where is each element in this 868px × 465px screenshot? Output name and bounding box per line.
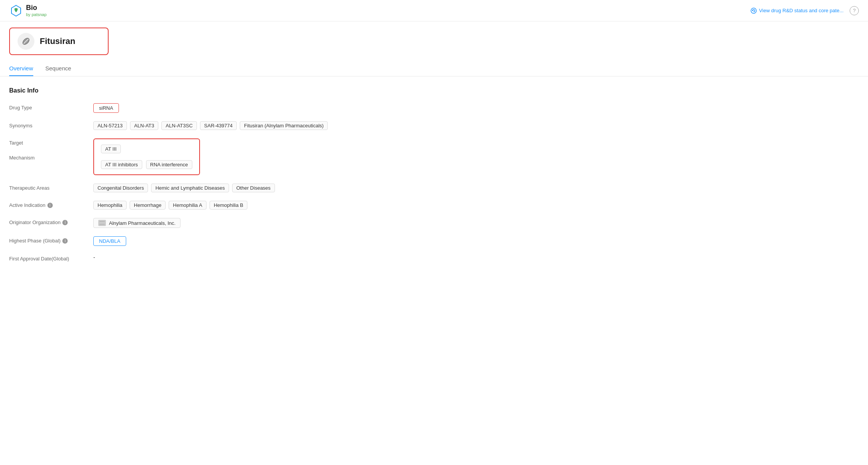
therapeutic-areas-row: Therapeutic Areas Congenital Disorders H… xyxy=(9,184,859,192)
highest-phase-tag: NDA/BLA xyxy=(93,236,126,246)
first-approval-row: First Approval Date(Global) - xyxy=(9,254,859,262)
svg-point-1 xyxy=(751,8,756,13)
mechanism-tag-1: AT III inhibitors xyxy=(101,160,142,169)
target-row: AT III xyxy=(101,145,192,153)
header: Bio by patsnap View drug R&D status and … xyxy=(0,0,868,21)
indication-tag: Hemophilia xyxy=(93,201,127,210)
company-logo-icon xyxy=(99,221,105,225)
highest-phase-info-icon: i xyxy=(62,238,68,244)
target-label: Target xyxy=(9,138,86,146)
therapeutic-areas-label: Therapeutic Areas xyxy=(9,184,86,191)
target-tag: AT III xyxy=(101,145,121,153)
active-indication-label: Active Indication i xyxy=(9,201,86,208)
synonym-tag: SAR-439774 xyxy=(200,121,237,130)
help-button[interactable]: ? xyxy=(850,6,859,15)
therapeutic-area-tag: Hemic and Lymphatic Diseases xyxy=(151,184,229,192)
synonyms-row: Synonyms ALN-57213 ALN-AT3 ALN-AT3SC SAR… xyxy=(9,121,859,130)
synonyms-value: ALN-57213 ALN-AT3 ALN-AT3SC SAR-439774 F… xyxy=(93,121,328,130)
drug-type-tag: siRNA xyxy=(93,103,119,113)
mechanism-tag-2: RNA interference xyxy=(146,160,192,169)
drug-type-row: Drug Type siRNA xyxy=(9,103,859,113)
drug-card: Fitusiran xyxy=(9,28,109,55)
drug-icon xyxy=(18,33,34,50)
originator-label: Originator Organization i xyxy=(9,218,86,225)
section-title: Basic Info xyxy=(9,87,859,94)
help-icon-text: ? xyxy=(853,8,855,13)
active-indication-row: Active Indication i Hemophilia Hemorrhag… xyxy=(9,201,859,210)
indication-tag: Hemophilia B xyxy=(210,201,247,210)
active-indication-value: Hemophilia Hemorrhage Hemophilia A Hemop… xyxy=(93,201,247,210)
synonyms-label: Synonyms xyxy=(9,121,86,128)
therapeutic-area-tag: Other Diseases xyxy=(232,184,275,192)
view-drug-link[interactable]: View drug R&D status and core pate... xyxy=(751,8,844,14)
originator-value: Alnylam Pharmaceuticals, Inc. xyxy=(93,218,180,228)
tab-overview[interactable]: Overview xyxy=(9,61,33,76)
target-mechanism-box: AT III AT III inhibitors RNA interferenc… xyxy=(93,138,200,175)
logo-icon xyxy=(9,4,23,18)
originator-name: Alnylam Pharmaceuticals, Inc. xyxy=(109,220,176,226)
active-indication-info-icon: i xyxy=(47,203,53,208)
drug-name: Fitusiran xyxy=(40,36,75,46)
logo-title: Bio xyxy=(26,4,47,12)
originator-logo xyxy=(98,220,106,226)
originator-tag: Alnylam Pharmaceuticals, Inc. xyxy=(93,218,180,228)
pill-icon xyxy=(21,36,31,47)
logo-area: Bio by patsnap xyxy=(9,4,47,18)
logo-subtitle: by patsnap xyxy=(26,12,47,17)
tab-sequence[interactable]: Sequence xyxy=(46,61,72,76)
main-content: Basic Info Drug Type siRNA Synonyms ALN-… xyxy=(0,76,868,281)
first-approval-value: - xyxy=(93,254,95,260)
synonym-tag: Fitusiran (Alnylam Pharmaceuticals) xyxy=(240,121,328,130)
tabs: Overview Sequence xyxy=(0,61,868,76)
highest-phase-row: Highest Phase (Global) i NDA/BLA xyxy=(9,236,859,246)
originator-info-icon: i xyxy=(62,220,68,225)
therapeutic-area-tag: Congenital Disorders xyxy=(93,184,148,192)
originator-row: Originator Organization i Alnylam Pharma… xyxy=(9,218,859,228)
indication-tag: Hemophilia A xyxy=(169,201,206,210)
highest-phase-label: Highest Phase (Global) i xyxy=(9,236,86,244)
indication-tag: Hemorrhage xyxy=(130,201,166,210)
header-right: View drug R&D status and core pate... ? xyxy=(751,6,859,15)
drug-type-value: siRNA xyxy=(93,103,119,113)
synonym-tag: ALN-AT3 xyxy=(130,121,159,130)
therapeutic-areas-value: Congenital Disorders Hemic and Lymphatic… xyxy=(93,184,275,192)
refresh-icon xyxy=(751,8,757,14)
view-drug-text: View drug R&D status and core pate... xyxy=(759,8,844,13)
first-approval-text: - xyxy=(93,254,95,260)
first-approval-label: First Approval Date(Global) xyxy=(9,254,86,262)
target-mechanism-combined-row: Target Mechanism AT III AT III inhibitor… xyxy=(9,138,859,175)
highest-phase-value: NDA/BLA xyxy=(93,236,126,246)
drug-type-label: Drug Type xyxy=(9,103,86,111)
synonym-tag: ALN-57213 xyxy=(93,121,127,130)
mechanism-label: Mechanism xyxy=(9,153,86,161)
synonym-tag: ALN-AT3SC xyxy=(161,121,197,130)
mechanism-row: AT III inhibitors RNA interference xyxy=(101,160,192,169)
logo-text: Bio by patsnap xyxy=(26,4,47,17)
